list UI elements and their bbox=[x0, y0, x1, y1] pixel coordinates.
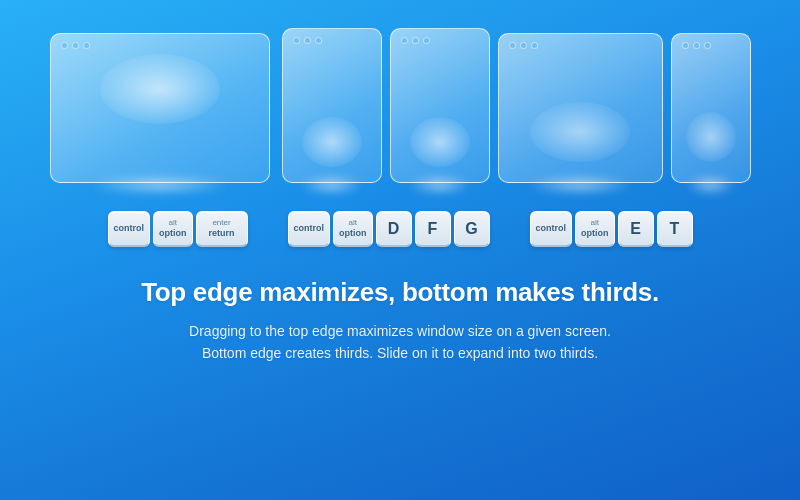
dot1 bbox=[509, 42, 516, 49]
key-control-1: control bbox=[108, 211, 151, 247]
key-e: E bbox=[618, 211, 654, 247]
key-group-3: control alt option E T bbox=[530, 211, 693, 247]
window-dots bbox=[672, 34, 750, 54]
window-medium-2 bbox=[390, 28, 490, 183]
key-group-1: control alt option enter return bbox=[108, 211, 248, 247]
key-group-2: control alt option D F G bbox=[288, 211, 490, 247]
dot1 bbox=[293, 37, 300, 44]
dot2 bbox=[693, 42, 700, 49]
key-f: F bbox=[415, 211, 451, 247]
four-windows-group bbox=[282, 28, 751, 183]
key-g: G bbox=[454, 211, 490, 247]
window-dots bbox=[283, 29, 381, 49]
window-dots bbox=[51, 34, 269, 54]
dot1 bbox=[401, 37, 408, 44]
windows-row bbox=[0, 28, 800, 183]
text-area: Top edge maximizes, bottom makes thirds.… bbox=[81, 277, 719, 365]
dot3 bbox=[423, 37, 430, 44]
dot3 bbox=[83, 42, 90, 49]
headline: Top edge maximizes, bottom makes thirds. bbox=[141, 277, 659, 308]
dot1 bbox=[682, 42, 689, 49]
key-t: T bbox=[657, 211, 693, 247]
keyboard-shortcuts-row: control alt option enter return control … bbox=[0, 211, 800, 247]
key-control-2: control bbox=[288, 211, 331, 247]
window-right-small bbox=[671, 33, 751, 183]
window-glow bbox=[410, 117, 470, 167]
dot2 bbox=[412, 37, 419, 44]
key-alt-option-1: alt option bbox=[153, 211, 193, 247]
window-dots bbox=[391, 29, 489, 49]
dot2 bbox=[520, 42, 527, 49]
dot2 bbox=[72, 42, 79, 49]
window-glow bbox=[100, 54, 220, 124]
window-glow bbox=[686, 112, 736, 162]
window-medium-1 bbox=[282, 28, 382, 183]
subtext: Dragging to the top edge maximizes windo… bbox=[141, 320, 659, 365]
key-alt-option-2: alt option bbox=[333, 211, 373, 247]
key-control-3: control bbox=[530, 211, 573, 247]
key-enter-return-1: enter return bbox=[196, 211, 248, 247]
dot3 bbox=[315, 37, 322, 44]
dot3 bbox=[531, 42, 538, 49]
subtext-line1: Dragging to the top edge maximizes windo… bbox=[189, 323, 611, 339]
dot1 bbox=[61, 42, 68, 49]
window-dots bbox=[499, 34, 662, 54]
key-d: D bbox=[376, 211, 412, 247]
dot3 bbox=[704, 42, 711, 49]
key-alt-option-3: alt option bbox=[575, 211, 615, 247]
window-large bbox=[50, 33, 270, 183]
window-glow bbox=[302, 117, 362, 167]
dot2 bbox=[304, 37, 311, 44]
window-glow bbox=[530, 102, 630, 162]
subtext-line2: Bottom edge creates thirds. Slide on it … bbox=[202, 345, 598, 361]
window-right-large bbox=[498, 33, 663, 183]
